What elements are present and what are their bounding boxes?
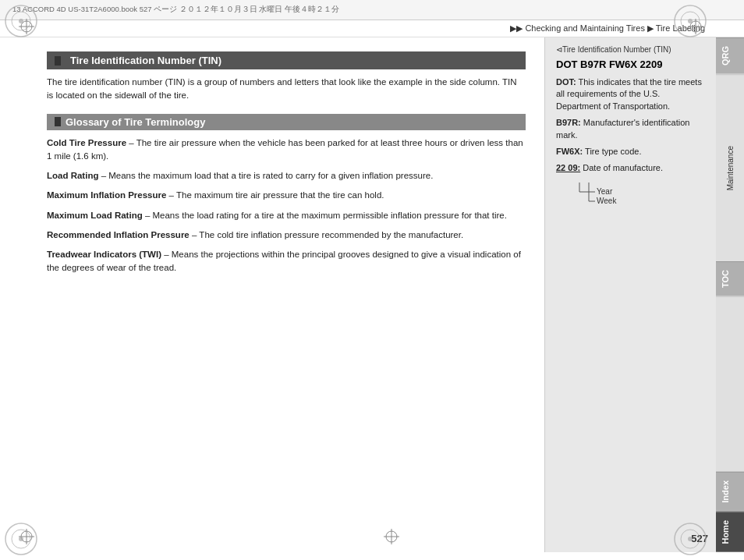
svg-point-26 bbox=[688, 537, 693, 541]
section-marker-glossary bbox=[55, 117, 61, 126]
b97r-term: B97R: bbox=[556, 118, 581, 127]
svg-text:Year: Year bbox=[597, 187, 613, 196]
breadcrumb: ▶▶ Checking and Maintaining Tires ▶ Tire… bbox=[0, 20, 744, 37]
glossary-term-2: Maximum Inflation Pressure – The maximum… bbox=[47, 189, 526, 202]
tab-toc[interactable]: TOC bbox=[716, 261, 744, 296]
crosshair-bottom-center bbox=[382, 527, 401, 546]
term-def-4: – The cold tire inflation pressure recom… bbox=[192, 230, 463, 239]
fw6x-term: FW6X: bbox=[556, 147, 583, 156]
fw6x-text: Tire type code. bbox=[585, 147, 641, 156]
term-label-3: Maximum Load Rating bbox=[47, 211, 143, 220]
circle-bottom-right bbox=[672, 521, 708, 557]
tin-title: Tire Identification Number (TIN) bbox=[70, 55, 221, 66]
top-bar: 13 ACCORD 4D US-31T2A6000.book 527 ページ ２… bbox=[0, 0, 744, 20]
nav-tabs: QRG Maintenance TOC Index Home bbox=[716, 37, 744, 552]
glossary-term-0: Cold Tire Pressure – The tire air pressu… bbox=[47, 136, 526, 164]
circle-top-right bbox=[672, 3, 708, 39]
svg-point-29 bbox=[688, 19, 693, 23]
breadcrumb-sep: Tires bbox=[626, 23, 645, 33]
term-label-5: Treadwear Indicators (TWI) bbox=[47, 250, 161, 259]
date-text: Date of manufacture. bbox=[583, 163, 663, 172]
tab-qrg[interactable]: QRG bbox=[716, 37, 744, 73]
dot-term: DOT: bbox=[556, 77, 576, 87]
glossary-term-1: Load Rating – Means the maximum load tha… bbox=[47, 169, 526, 183]
year-week-diagram: Year Week bbox=[572, 181, 634, 212]
tin-section-header: Tire Identification Number (TIN) bbox=[47, 51, 526, 69]
maintenance-label: Maintenance bbox=[716, 75, 744, 261]
circle-top-left bbox=[3, 3, 39, 39]
tin-body: The tire identification number (TIN) is … bbox=[47, 76, 526, 103]
svg-point-20 bbox=[19, 537, 23, 541]
sidebar-entry-b97r: B97R: Manufacturer's identification mark… bbox=[556, 117, 705, 141]
glossary-term-5: Treadwear Indicators (TWI) – Means the p… bbox=[47, 248, 526, 275]
tab-home[interactable]: Home bbox=[716, 512, 744, 552]
svg-point-23 bbox=[19, 19, 23, 23]
term-label-1: Load Rating bbox=[47, 171, 98, 180]
sidebar-entry-dot: DOT: This indicates that the tire meets … bbox=[556, 76, 705, 112]
breadcrumb-arrow1: ▶▶ bbox=[510, 23, 523, 33]
term-label-2: Maximum Inflation Pressure bbox=[47, 190, 166, 200]
section-marker-tin bbox=[55, 56, 61, 66]
right-sidebar: ⊲Tire Identification Number (TIN) DOT B9… bbox=[544, 37, 716, 552]
tab-index[interactable]: Index bbox=[716, 472, 744, 511]
circle-bottom-left bbox=[3, 521, 39, 557]
date-term: 22 09: bbox=[556, 163, 580, 172]
sidebar-tin-label: ⊲Tire Identification Number (TIN) bbox=[556, 45, 705, 54]
glossary-term-4: Recommended Inflation Pressure – The col… bbox=[47, 229, 526, 242]
sidebar-entry-date: 22 09: Date of manufacture. bbox=[556, 162, 705, 174]
glossary-section-header: Glossary of Tire Terminology bbox=[47, 114, 526, 130]
sidebar-entry-fw6x: FW6X: Tire type code. bbox=[556, 146, 705, 158]
term-label-4: Recommended Inflation Pressure bbox=[47, 230, 190, 239]
right-panel: ⊲Tire Identification Number (TIN) DOT B9… bbox=[544, 37, 744, 552]
top-bar-filename: 13 ACCORD 4D US-31T2A6000.book 527 ページ ２… bbox=[12, 5, 339, 15]
breadcrumb-section1: Checking and Maintaining bbox=[525, 23, 624, 33]
content-area: Tire Identification Number (TIN) The tir… bbox=[0, 37, 544, 552]
svg-text:Week: Week bbox=[597, 197, 617, 205]
term-label-0: Cold Tire Pressure bbox=[47, 138, 126, 147]
term-def-2: – The maximum tire air pressure that the… bbox=[169, 190, 384, 200]
term-def-3: – Means the load rating for a tire at th… bbox=[145, 211, 507, 220]
diagram-container: Year Week bbox=[556, 181, 705, 214]
glossary-term-3: Maximum Load Rating – Means the load rat… bbox=[47, 209, 526, 222]
sidebar-tin-code: DOT B97R FW6X 2209 bbox=[556, 58, 705, 70]
dot-text: This indicates that the tire meets all r… bbox=[556, 77, 702, 111]
glossary-terms-list: Cold Tire Pressure – The tire air pressu… bbox=[47, 136, 526, 275]
main-layout: Tire Identification Number (TIN) The tir… bbox=[0, 37, 744, 552]
term-def-1: – Means the maximum load that a tire is … bbox=[101, 171, 434, 180]
breadcrumb-arrow2: ▶ bbox=[647, 23, 654, 33]
glossary-title: Glossary of Tire Terminology bbox=[66, 116, 205, 128]
